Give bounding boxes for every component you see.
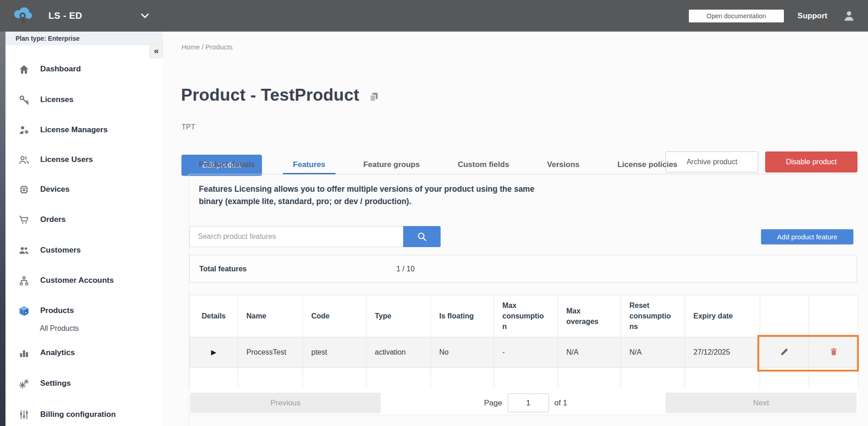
sidebar-item-label: Licenses (40, 95, 74, 104)
tab-license-policies[interactable]: License policies (607, 155, 687, 174)
features-description: Features Licensing allows you to offer m… (199, 183, 592, 208)
app-logo-cloud-key-icon (12, 5, 34, 27)
sidebar-item-label: Products (40, 306, 74, 315)
chevron-down-icon[interactable] (141, 13, 149, 18)
box-icon (18, 305, 30, 317)
sidebar-item-label: Orders (40, 215, 66, 224)
page-number-input[interactable] (508, 394, 549, 412)
column-header-expiry-date: Expiry date (685, 295, 760, 337)
org-selector-label[interactable]: LS - ED (48, 11, 82, 21)
cell-code: ptest (303, 337, 367, 368)
column-header-is-floating: Is floating (431, 295, 494, 337)
breadcrumb[interactable]: Home / Products (181, 43, 233, 51)
sidebar-item-devices[interactable]: Devices (18, 183, 69, 196)
sidebar-item-settings[interactable]: Settings (18, 377, 71, 390)
column-header-max-overages: Max overages (558, 295, 621, 337)
page-count-label: of 1 (554, 399, 567, 408)
sidebar-item-billing-configuration[interactable]: Billing configuration (18, 408, 116, 421)
sidebar-item-dashboard[interactable]: Dashboard (18, 63, 81, 75)
table-row: ▶ ProcessTest ptest activation No - N/A … (190, 337, 858, 368)
tab-custom-fields[interactable]: Custom fields (447, 155, 519, 174)
row-expander-icon[interactable]: ▶ (211, 348, 217, 356)
support-link[interactable]: Support (798, 11, 827, 21)
pagination-bar: Previous Page of 1 Next (189, 388, 858, 415)
hierarchy-icon (18, 275, 30, 286)
main-content: Home / Products Product - TestProduct TP… (163, 32, 868, 426)
background-image-strip (0, 32, 5, 426)
column-header-reset-consumptions: Reset consumptions (621, 295, 685, 337)
sidebar-item-label: License Managers (40, 125, 107, 135)
tab-versions[interactable]: Versions (537, 155, 590, 174)
people-outline-icon (18, 154, 30, 166)
delete-feature-button[interactable] (809, 337, 858, 368)
user-avatar-icon[interactable] (843, 10, 855, 22)
chip-icon (18, 184, 30, 195)
sidebar-item-label: Settings (40, 379, 71, 388)
edit-feature-button[interactable] (760, 337, 809, 368)
tab-feature-groups[interactable]: Feature groups (353, 155, 430, 174)
sidebar-subitem-label: All Products (40, 324, 79, 333)
sliders-icon (18, 409, 30, 421)
total-features-value: 1 / 10 (396, 265, 415, 273)
trash-icon (829, 347, 838, 356)
sidebar-item-license-users[interactable]: License Users (18, 153, 93, 166)
sidebar-item-label: Analytics (40, 348, 75, 357)
sidebar-item-licenses[interactable]: Licenses (18, 93, 74, 106)
sidebar-item-customers[interactable]: Customers (18, 244, 81, 257)
column-header-delete-actions (809, 295, 858, 337)
key-icon (18, 94, 30, 106)
open-documentation-button[interactable]: Open documentation (689, 10, 784, 22)
sidebar-item-label: License Users (40, 155, 93, 164)
sidebar-item-all-products[interactable]: All Products (40, 323, 79, 334)
previous-page-button[interactable]: Previous (190, 393, 381, 413)
empty-table-row (190, 368, 858, 388)
sidebar-item-orders[interactable]: Orders (18, 213, 66, 226)
next-page-button[interactable]: Next (666, 393, 857, 413)
table-header-row: Details Name Code Type Is floating Max c… (190, 295, 858, 337)
copy-icon[interactable] (368, 92, 379, 102)
cell-is-floating: No (431, 337, 494, 368)
cell-type: activation (367, 337, 431, 368)
sidebar-item-license-managers[interactable]: License Managers (18, 124, 107, 136)
total-features-label: Total features (199, 265, 247, 273)
tab-features[interactable]: Features (283, 155, 335, 174)
cart-icon (18, 214, 30, 226)
cell-name: ProcessTest (238, 337, 303, 368)
person-gear-icon (18, 124, 30, 136)
column-header-edit-actions (760, 295, 809, 337)
sidebar-item-products[interactable]: Products (18, 304, 74, 317)
column-header-details: Details (190, 295, 238, 337)
sidebar-item-label: Billing configuration (40, 410, 116, 419)
column-header-max-consumption: Max consumption (494, 295, 558, 337)
column-header-type: Type (367, 295, 431, 337)
bar-chart-icon (18, 347, 30, 359)
gears-icon (18, 378, 30, 389)
page-title: Product - TestProduct (181, 86, 359, 105)
sidebar-item-customer-accounts[interactable]: Customer Accounts (18, 274, 114, 287)
sidebar-item-label: Customer Accounts (40, 276, 114, 285)
cell-max-overages: N/A (558, 337, 621, 368)
sidebar-collapse-button[interactable]: « (149, 43, 163, 58)
sidebar-item-analytics[interactable]: Analytics (18, 346, 75, 359)
product-code-subtitle: TPT (181, 123, 195, 131)
column-header-code: Code (303, 295, 367, 337)
column-header-name: Name (238, 295, 303, 337)
search-input[interactable] (189, 226, 403, 247)
features-table: Details Name Code Type Is floating Max c… (189, 295, 858, 388)
cell-max-consumption: - (494, 337, 558, 368)
search-button[interactable] (403, 226, 441, 247)
topbar: LS - ED Open documentation Support (0, 0, 868, 32)
search-icon (416, 231, 427, 242)
tab-product-details[interactable]: Product details (189, 155, 265, 174)
people-solid-icon (18, 245, 30, 256)
product-tabs: Product details Features Feature groups … (189, 155, 857, 174)
pencil-icon (780, 347, 789, 356)
plan-type-badge: Plan type: Enterprise (5, 32, 163, 45)
sidebar-item-label: Dashboard (40, 65, 81, 74)
cell-expiry-date: 27/12/2025 (685, 337, 760, 368)
add-product-feature-button[interactable]: Add product feature (761, 229, 853, 244)
home-icon (18, 64, 30, 75)
sidebar-item-label: Customers (40, 246, 81, 255)
total-features-box: Total features 1 / 10 (189, 255, 857, 283)
page-label: Page (484, 399, 502, 408)
